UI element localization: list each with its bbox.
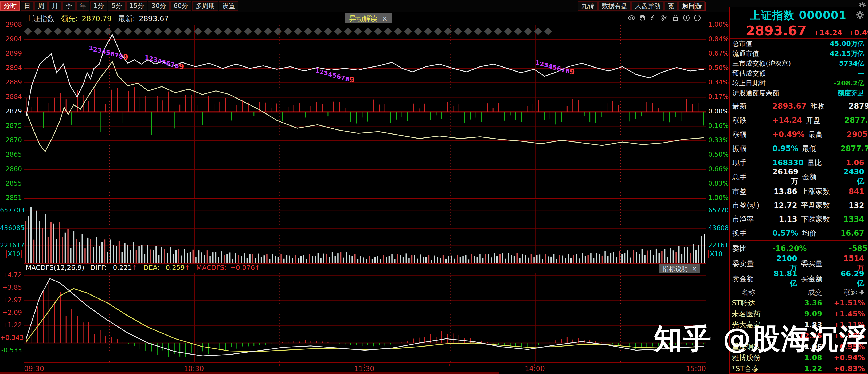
stock-change-speed: +1.51% [822, 299, 865, 307]
hand-icon[interactable] [639, 14, 647, 22]
valuation-row: 市净率1.13下跌家数1334 [730, 212, 867, 226]
info-row: 较上日此时-208.2亿 [730, 78, 867, 88]
order-balance-row: 委卖量2100万委买量1514万 [730, 256, 867, 271]
period-button-分时[interactable]: 分时 [0, 1, 20, 11]
nine-turn-digit: 8 [565, 68, 570, 75]
quote-label: 金额 [798, 172, 840, 182]
scissors-icon[interactable] [660, 14, 669, 22]
quote-value: 16.67 [840, 229, 864, 238]
nine-turn-sequence: 123456789 [315, 66, 355, 75]
zoom-out-icon[interactable] [693, 14, 701, 22]
toolbar-button-大盘异动[interactable]: 大盘异动 [631, 1, 664, 11]
period-button-30分[interactable]: 30分 [148, 1, 169, 11]
nine-turn-digit: 9 [570, 67, 575, 76]
last-value: 2893.67 [139, 14, 169, 23]
quote-label: 总手 [732, 172, 772, 182]
quote-value: +0.49% [772, 130, 805, 139]
stock-header-speed-label: 涨速 [843, 287, 858, 297]
period-button-周[interactable]: 周 [34, 1, 48, 11]
period-button-15分[interactable]: 15分 [126, 1, 148, 11]
time-tick [534, 364, 535, 366]
quote-value: 168330 [772, 158, 804, 167]
price-axis-label: 2879 [0, 107, 22, 115]
lock-icon[interactable] [672, 14, 679, 22]
quote-label: 委卖量 [732, 259, 772, 269]
close-icon[interactable]: × [382, 14, 388, 23]
stock-row[interactable]: 未名医药9.09+1.45% [730, 308, 867, 319]
stock-header-name[interactable]: 名称 [732, 288, 782, 297]
toolbar-button-数据看盘[interactable]: 数据看盘 [598, 1, 631, 11]
nine-turn-digit: 2 [93, 46, 97, 53]
pct-axis-label: 0.67% [708, 50, 732, 57]
quote-label: 现手 [732, 158, 772, 168]
quote-row: 最新2893.67昨收2879.43 [730, 99, 867, 113]
period-button-设置[interactable]: 设置 [219, 1, 239, 11]
volume-multiplier-left[interactable]: X10 [6, 250, 22, 258]
period-button-年[interactable]: 年 [76, 1, 90, 11]
macd-axis-label: +3.85 [0, 284, 22, 291]
macd-pane[interactable] [24, 273, 706, 363]
macd-axis-label: +2.97 [0, 296, 22, 304]
market-info-section: 总市值45.00万亿流通市值42.15万亿三市成交额(沪深京)5734亿预估成交… [730, 39, 867, 99]
macd-value: +0.076 [230, 264, 255, 272]
stock-list-header: 名称成交涨速 [730, 287, 867, 298]
stock-row[interactable]: *ST合泰1.22+0.83% [730, 363, 867, 374]
quote-label: 委买量 [797, 259, 839, 269]
volume-multiplier-right[interactable]: X10 [708, 250, 724, 258]
period-button-月[interactable]: 月 [48, 1, 62, 11]
panel-gear-icon[interactable] [856, 11, 864, 19]
period-button-5分[interactable]: 5分 [108, 1, 125, 11]
nine-turn-digit: 8 [345, 76, 349, 83]
pct-axis-label: 0.66% [708, 165, 732, 173]
stock-header-price[interactable]: 成交 [782, 287, 822, 297]
jump-to-end-icon[interactable] [682, 2, 693, 10]
eye-icon[interactable] [628, 14, 636, 22]
undo-icon[interactable] [650, 14, 657, 22]
toolbar-dropdown-button[interactable]: ▼ [694, 2, 706, 11]
period-button-季[interactable]: 季 [62, 1, 75, 11]
pct-axis-label: 0.34% [708, 79, 732, 86]
quote-value: 13.86 [772, 187, 797, 196]
event-marker-strip[interactable]: ◆◆◆◆◆◆◆◆◆◆◆◆◆◆◆◆◆◆◆◆◆◆◆◆◆◆◆◆◆◆◆◆◆◆◆◆◆◆◆◆… [24, 25, 706, 36]
quote-label: 昨收 [807, 101, 849, 111]
stock-change-speed: +1.45% [822, 310, 865, 318]
indicator-help-tab[interactable]: 指标说明 × [659, 264, 700, 273]
price-axis-label: 2865 [0, 151, 22, 158]
price-axis-label: 2884 [0, 93, 22, 100]
pct-axis-label: 1.00% [708, 194, 732, 201]
event-interpretation-tab[interactable]: 异动解读 × [345, 13, 392, 24]
chevron-down-icon: ▼ [698, 3, 702, 9]
zoom-in-icon[interactable] [682, 14, 690, 22]
quote-label: 买金额 [797, 274, 839, 284]
toolbar-button-竞[interactable]: 竞 [664, 1, 678, 11]
sort-down-icon[interactable] [858, 289, 865, 295]
period-button-60分[interactable]: 60分 [170, 1, 192, 11]
time-label-10:30: 10:30 [184, 365, 204, 373]
period-button-1分[interactable]: 1分 [90, 1, 107, 11]
quote-label: 最低 [798, 144, 840, 154]
macd-label: MACDFS: [196, 264, 226, 272]
quote-value: 12.72 [772, 201, 797, 210]
time-tick [279, 364, 280, 366]
close-icon[interactable]: × [692, 265, 697, 273]
valuation-row: 市盈(动)12.72平盘家数132 [730, 198, 867, 212]
toolbar-button-九转[interactable]: 九转 [578, 1, 598, 11]
pct-axis-label: 0.16% [708, 122, 732, 129]
volume-pane[interactable] [24, 200, 706, 263]
stock-row[interactable]: ST聆达3.36+1.51% [730, 298, 867, 308]
period-button-多周期[interactable]: 多周期 [192, 1, 218, 11]
pct-axis-label: 0.33% [708, 136, 732, 144]
nine-turn-digit: 3 [544, 62, 548, 69]
lead-label: 领先: [61, 14, 78, 23]
nine-turn-digit: 4 [158, 58, 162, 65]
event-tab-label: 异动解读 [349, 14, 377, 23]
quote-label: 开盘 [802, 116, 844, 125]
quote-row: 总手26169万金额2430亿 [730, 170, 867, 184]
quote-label: 市盈(动) [732, 200, 772, 210]
period-button-日[interactable]: 日 [21, 1, 34, 11]
macd-axis-label: +2.09 [0, 309, 22, 316]
stock-header-speed[interactable]: 涨速 [822, 287, 865, 297]
nine-turn-digit: 1 [315, 67, 319, 74]
valuation-section: 市盈13.86上涨家数841市盈(动)12.72平盘家数132市净率1.13下跌… [730, 184, 867, 241]
time-tick [109, 364, 109, 366]
